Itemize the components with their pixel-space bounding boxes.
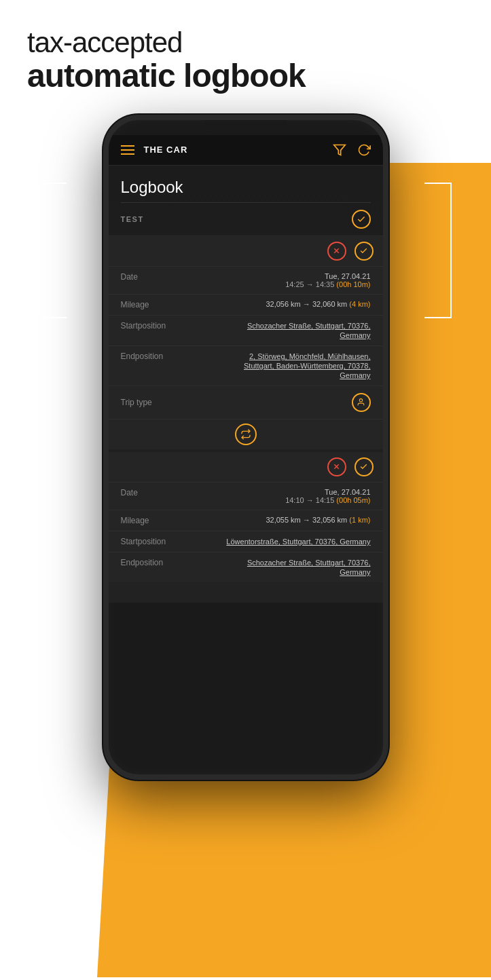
date-label-2: Date: [121, 488, 138, 497]
startposition-label-2: Startposition: [121, 537, 166, 546]
approve-button-2[interactable]: [354, 457, 374, 476]
duration-2: (00h 05m): [336, 496, 370, 504]
mileage-value-2: 32,055 km → 32,056 km: [266, 516, 349, 524]
tagline-thin: tax-accepted: [27, 27, 464, 58]
sync-divider-1: [109, 419, 383, 449]
check-icon-section1[interactable]: [352, 210, 371, 229]
endposition-value-2[interactable]: Schozacher Straße, Stuttgart, 70376, Ger…: [247, 559, 371, 576]
reject-button-1[interactable]: [327, 242, 346, 261]
mileage-diff-1: (4 km): [349, 300, 370, 308]
tagline-bold: automatic logbook: [27, 58, 464, 94]
trip-card-actions-1: [109, 236, 383, 266]
duration-1: (00h 10m): [336, 280, 370, 288]
mileage-value-1: 32,056 km → 32,060 km: [266, 300, 349, 308]
startposition-row-2: Startposition Löwentorstraße, Stuttgart,…: [109, 531, 383, 552]
date-label-1: Date: [121, 272, 138, 282]
endposition-value-1[interactable]: 2, Störweg, Mönchfeld, Mühlhausen, Stutt…: [244, 352, 371, 379]
trip-type-row-1: Trip type: [109, 385, 383, 419]
mileage-row-1: Mileage 32,056 km → 32,060 km (4 km): [109, 294, 383, 315]
startposition-row-1: Startposition Schozacher Straße, Stuttga…: [109, 315, 383, 345]
time-range-1: 14:25 → 14:35 (00h 10m): [285, 280, 370, 288]
phone-device: THE CAR: [103, 115, 388, 780]
mileage-row-2: Mileage 32,055 km → 32,056 km (1 km): [109, 510, 383, 531]
endposition-label-1: Endposition: [121, 352, 164, 361]
phone-notch: [205, 120, 287, 135]
endposition-label-2: Endposition: [121, 558, 164, 567]
filter-icon[interactable]: [333, 143, 346, 157]
logbook-title: Logbook: [109, 166, 383, 202]
refresh-icon[interactable]: [357, 143, 371, 157]
svg-marker-0: [333, 145, 345, 155]
section-label: TEST: [121, 215, 144, 223]
section-header: TEST: [109, 203, 383, 236]
sync-icon-1[interactable]: [235, 423, 257, 445]
trip-type-label-1: Trip type: [121, 398, 152, 407]
app-title: THE CAR: [144, 145, 188, 155]
date-row-1: Date Tue, 27.04.21 14:25 → 14:35 (00h 10…: [109, 266, 383, 294]
time-range-2: 14:10 → 14:15 (00h 05m): [285, 496, 370, 504]
menu-icon[interactable]: [121, 145, 134, 155]
reject-button-2[interactable]: [327, 457, 346, 476]
endposition-row-1: Endposition 2, Störweg, Mönchfeld, Mühlh…: [109, 345, 383, 385]
trip-card-2: Date Tue, 27.04.21 14:10 → 14:15 (00h 05…: [109, 452, 383, 582]
date-value-2: Tue, 27.04.21: [285, 488, 370, 496]
date-value-1: Tue, 27.04.21: [285, 272, 370, 280]
app-header: THE CAR: [109, 135, 383, 166]
startposition-label-1: Startposition: [121, 321, 166, 331]
svg-point-3: [359, 399, 362, 402]
startposition-value-2[interactable]: Löwentorstraße, Stuttgart, 70376, German…: [226, 538, 370, 546]
trip-card-1: Date Tue, 27.04.21 14:25 → 14:35 (00h 10…: [109, 236, 383, 449]
trip-type-person-icon-1[interactable]: [352, 393, 371, 412]
mileage-diff-2: (1 km): [349, 516, 370, 524]
mileage-label-2: Mileage: [121, 516, 149, 525]
startposition-value-1[interactable]: Schozacher Straße, Stuttgart, 70376, Ger…: [247, 322, 371, 339]
trip-card-actions-2: [109, 452, 383, 482]
mileage-label-1: Mileage: [121, 300, 149, 309]
date-row-2: Date Tue, 27.04.21 14:10 → 14:15 (00h 05…: [109, 482, 383, 510]
approve-button-1[interactable]: [354, 242, 374, 261]
endposition-row-2: Endposition Schozacher Straße, Stuttgart…: [109, 552, 383, 582]
